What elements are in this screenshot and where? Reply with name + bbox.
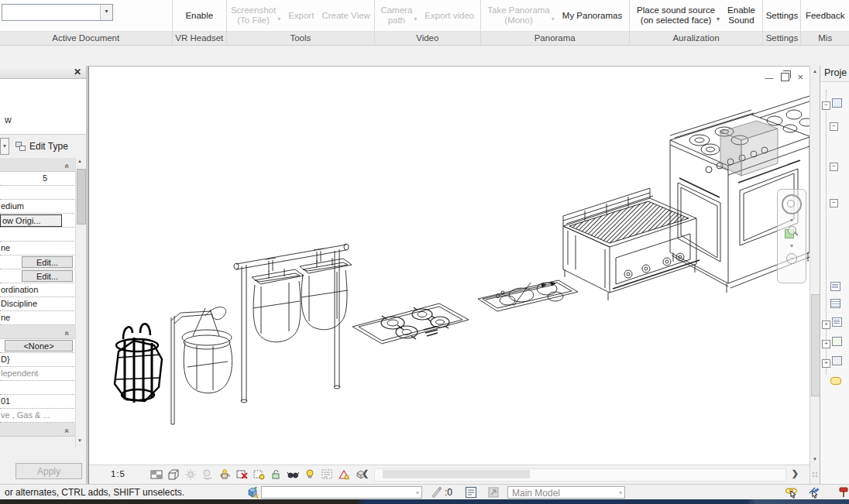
select-links-icon[interactable]: [785, 486, 797, 499]
vertical-scrollbar[interactable]: ▲ ▼: [809, 66, 820, 484]
property-edit-button[interactable]: Edit...: [22, 270, 73, 282]
tree-expander-minus-icon[interactable]: −: [830, 196, 838, 207]
export-button[interactable]: Export: [288, 11, 314, 21]
tree-expander-plus-icon[interactable]: +: [822, 337, 830, 348]
chevron-down-icon[interactable]: ▾: [277, 15, 280, 22]
crop-view-icon[interactable]: [235, 468, 249, 482]
chevron-down-icon[interactable]: ▾: [790, 217, 793, 224]
pot-family-dark[interactable]: [115, 324, 162, 403]
cooktop-family-simple[interactable]: [478, 280, 578, 311]
property-row[interactable]: Edit...: [0, 269, 76, 283]
collapse-chevron-icon[interactable]: «: [61, 164, 74, 169]
worksets-combobox[interactable]: ▾: [261, 486, 422, 499]
groups-icon[interactable]: [832, 356, 842, 368]
apply-button[interactable]: Apply: [15, 463, 82, 479]
schedules-icon[interactable]: [830, 299, 840, 310]
steering-wheel-icon[interactable]: [782, 194, 802, 214]
unlocked-view-icon[interactable]: [269, 468, 283, 482]
property-row[interactable]: 01: [0, 395, 76, 409]
chevron-down-icon[interactable]: ▾: [552, 15, 555, 22]
design-options-combobox[interactable]: Main Model ▾: [507, 486, 625, 499]
property-row[interactable]: ne: [0, 242, 76, 255]
chevron-down-icon[interactable]: ▾: [790, 242, 793, 249]
minimize-icon[interactable]: ―: [765, 73, 773, 82]
revit-links-icon[interactable]: [830, 376, 841, 387]
analytical-model-icon[interactable]: [337, 468, 351, 482]
close-icon[interactable]: ✕: [74, 67, 81, 77]
chevron-down-icon[interactable]: ▾: [100, 5, 112, 20]
shadows-icon[interactable]: [201, 468, 215, 482]
property-row[interactable]: ordination: [0, 283, 76, 297]
property-row[interactable]: [0, 186, 76, 200]
tree-expander-minus-icon[interactable]: −: [830, 159, 838, 171]
export-video-button[interactable]: Export video: [424, 11, 474, 21]
reveal-hidden-elements-icon[interactable]: [303, 468, 317, 482]
tree-expander-plus-icon[interactable]: +: [822, 356, 830, 368]
chevron-down-icon[interactable]: ▾: [619, 489, 622, 496]
property-edit-button[interactable]: Edit...: [22, 256, 73, 268]
property-value-field[interactable]: ow Origi...: [0, 214, 62, 227]
property-row[interactable]: ve , Gas & ...: [0, 409, 76, 423]
collapse-chevron-icon[interactable]: «: [61, 331, 74, 336]
chevron-down-icon[interactable]: ▾: [414, 15, 417, 22]
properties-scrollbar[interactable]: ▲ ▼: [75, 158, 86, 447]
camera-path-button[interactable]: Camerapath ▾: [380, 5, 417, 26]
place-sound-source-button[interactable]: Place sound source(on selected face) ▾: [637, 5, 720, 26]
active-only-icon[interactable]: [487, 486, 500, 499]
drawing-area[interactable]: ― ×: [88, 66, 809, 484]
property-row[interactable]: [0, 228, 76, 242]
scroll-up-icon[interactable]: ▲: [813, 69, 817, 74]
pot-rack-family[interactable]: [234, 244, 352, 403]
model-wireframe-drawing[interactable]: [89, 67, 809, 465]
property-row[interactable]: [0, 381, 76, 395]
chevron-down-icon[interactable]: ▾: [717, 15, 720, 22]
design-options-icon[interactable]: [465, 486, 477, 499]
chevron-down-icon[interactable]: ▾: [416, 489, 419, 496]
tree-expander-minus-icon[interactable]: −: [830, 119, 838, 131]
scroll-down-icon[interactable]: ▼: [813, 457, 817, 461]
active-document-combobox[interactable]: ▾: [2, 4, 113, 21]
collapse-chevron-icon[interactable]: «: [61, 429, 74, 434]
my-panoramas-button[interactable]: My Panoramas: [562, 11, 622, 21]
project-browser-tree[interactable]: − − − − + + +: [820, 81, 849, 484]
close-icon[interactable]: ×: [797, 73, 803, 82]
horizontal-scrollbar[interactable]: [374, 468, 786, 482]
select-pinned-icon[interactable]: [808, 486, 820, 499]
tree-expander-minus-icon[interactable]: −: [822, 98, 830, 110]
scroll-left-icon[interactable]: ❮: [362, 468, 369, 478]
property-section-header[interactable]: «: [0, 158, 76, 172]
show-rendering-dialog-icon[interactable]: [218, 468, 232, 482]
tree-expander-plus-icon[interactable]: +: [822, 317, 830, 329]
take-panorama-mono-button[interactable]: Take Panorama(Mono) ▾: [487, 5, 555, 26]
enable-vr-button[interactable]: Enable: [185, 11, 213, 21]
property-row[interactable]: 5: [0, 172, 76, 186]
show-crop-region-icon[interactable]: [252, 468, 266, 482]
property-row[interactable]: D}: [0, 353, 76, 367]
zoom-icon[interactable]: [785, 226, 799, 240]
restore-icon[interactable]: [781, 73, 789, 81]
settings-button[interactable]: Settings: [766, 11, 799, 21]
visual-style-icon[interactable]: [167, 468, 180, 482]
feedback-button[interactable]: Feedback: [806, 11, 845, 21]
cooktop-family-dense[interactable]: [352, 303, 469, 344]
scroll-down-icon[interactable]: ▼: [77, 438, 82, 447]
scroll-right-icon[interactable]: ❯: [792, 468, 799, 478]
edit-type-button[interactable]: Edit Type: [11, 137, 73, 155]
enable-sound-button[interactable]: EnableSound: [727, 5, 755, 26]
select-pinned-elements-icon[interactable]: [838, 486, 849, 499]
property-row[interactable]: ne: [0, 311, 76, 325]
detail-level-icon[interactable]: [150, 468, 163, 482]
screenshot-to-file-button[interactable]: Screenshot(To File) ▾: [231, 5, 280, 26]
scale-button[interactable]: 1:5: [111, 469, 125, 478]
views-folder-icon[interactable]: [832, 98, 842, 110]
property-row[interactable]: Edit...: [0, 255, 76, 269]
pot-family-stand[interactable]: [171, 307, 232, 424]
legends-icon[interactable]: [830, 282, 840, 293]
property-section-header[interactable]: «: [0, 423, 76, 437]
property-row[interactable]: lependent: [0, 367, 76, 381]
grill-family[interactable]: [563, 188, 699, 300]
gray-selection-box[interactable]: [720, 121, 778, 176]
scrollbar-thumb[interactable]: [383, 470, 530, 478]
families-icon[interactable]: [832, 337, 842, 348]
temporary-view-properties-icon[interactable]: [320, 468, 334, 482]
